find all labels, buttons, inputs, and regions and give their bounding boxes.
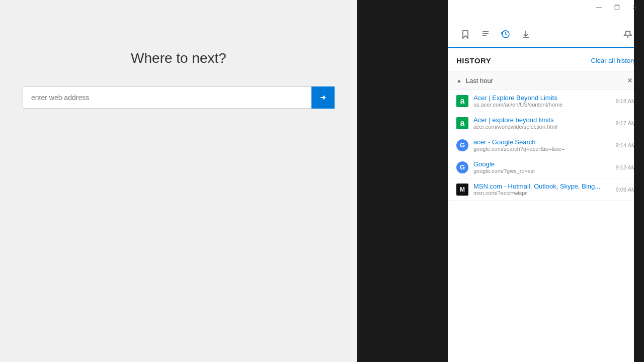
history-item-info: MSN.com - Hotmail, Outlook, Skype, Bing.… [473,183,607,196]
history-item-info: Acer | Explore Beyond Limits us.acer.com… [473,94,607,108]
history-item-url: us.acer.com/ac/en/US/content/home [473,102,607,108]
dark-edge [634,0,644,362]
history-item-title: MSN.com - Hotmail, Outlook, Skype, Bing.… [473,183,607,190]
history-item-url: google.com/?gws_rd=ssl [473,168,607,174]
history-header: HISTORY Clear all history [448,48,644,71]
minimize-button[interactable]: — [590,0,608,15]
site-favicon: G [456,161,468,173]
bookmark-icon[interactable] [456,25,474,43]
chevron-down-icon: ▲ [456,77,462,83]
history-item[interactable]: a Acer | Explore Beyond Limits us.acer.c… [448,90,644,112]
go-button[interactable] [311,86,335,109]
history-item[interactable]: G acer - Google Search google.com/search… [448,134,644,156]
history-item-title: acer - Google Search [473,138,607,146]
site-favicon: M [456,184,468,196]
address-bar-container [23,86,335,109]
browser-background: Where to next? [0,0,357,362]
site-favicon: G [456,139,468,151]
history-item-title: Google [473,160,607,168]
clear-history-button[interactable]: Clear all history [591,57,636,64]
history-items-list: a Acer | Explore Beyond Limits us.acer.c… [448,90,644,201]
history-item-time: 9:09 AM [616,187,636,193]
close-button[interactable]: ✕ [626,0,644,15]
toolbar-row [448,21,644,48]
browser-content: Where to next? [0,0,357,362]
history-item-time: 9:17 AM [616,120,636,126]
window-controls: — ❐ ✕ [589,0,644,15]
history-panel: — ❐ ✕ [448,0,644,362]
page-title: Where to next? [131,50,226,66]
history-item[interactable]: M MSN.com - Hotmail, Outlook, Skype, Bin… [448,178,644,201]
time-group-left: ▲ Last hour [456,77,493,84]
history-item-url: msn.com/?ocid=wispr [473,190,607,196]
address-input[interactable] [23,86,335,109]
maximize-button[interactable]: ❐ [608,0,626,15]
history-item-info: Acer | explore beyond limits acer.com/wo… [473,116,607,130]
history-tab-icon[interactable] [497,25,515,43]
history-item-info: acer - Google Search google.com/search?q… [473,138,607,152]
downloads-icon[interactable] [517,25,535,43]
history-item[interactable]: G Google google.com/?gws_rd=ssl 9:13 AM [448,156,644,178]
history-item-title: Acer | explore beyond limits [473,116,607,124]
reading-list-icon[interactable] [476,25,495,43]
history-item-time: 9:13 AM [616,164,636,170]
svg-marker-0 [463,31,468,38]
site-favicon: a [456,95,468,107]
history-item-time: 9:14 AM [616,142,636,148]
history-item-info: Google google.com/?gws_rd=ssl [473,160,607,174]
history-item-time: 9:18 AM [616,98,636,104]
history-item-url: acer.com/worldwide/selection.html [473,124,607,130]
history-title: HISTORY [456,56,491,65]
history-item-url: google.com/search?q=acer&ie=&oe= [473,146,607,152]
time-group-label: Last hour [466,77,493,84]
history-item[interactable]: a Acer | explore beyond limits acer.com/… [448,112,644,134]
site-favicon: a [456,117,468,129]
history-content: ▲ Last hour ✕ a Acer | Explore Beyond Li… [448,71,644,362]
history-item-title: Acer | Explore Beyond Limits [473,94,607,102]
time-group-header: ▲ Last hour ✕ [448,71,644,90]
